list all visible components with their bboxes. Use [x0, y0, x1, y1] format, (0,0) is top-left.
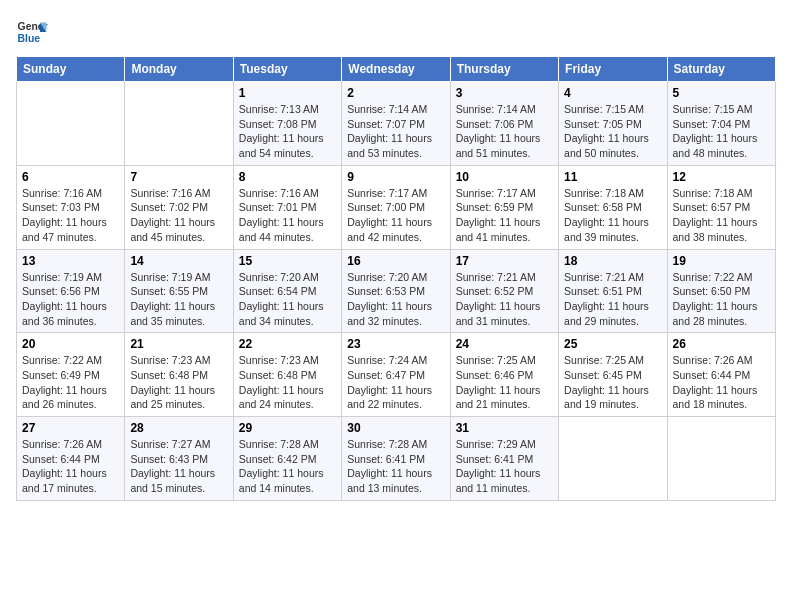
- day-info: Sunrise: 7:25 AMSunset: 6:45 PMDaylight:…: [564, 353, 661, 412]
- day-info: Sunrise: 7:27 AMSunset: 6:43 PMDaylight:…: [130, 437, 227, 496]
- day-info: Sunrise: 7:13 AMSunset: 7:08 PMDaylight:…: [239, 102, 336, 161]
- day-number: 6: [22, 170, 119, 184]
- calendar-header-row: SundayMondayTuesdayWednesdayThursdayFrid…: [17, 57, 776, 82]
- day-info: Sunrise: 7:21 AMSunset: 6:52 PMDaylight:…: [456, 270, 553, 329]
- calendar-cell: 4Sunrise: 7:15 AMSunset: 7:05 PMDaylight…: [559, 82, 667, 166]
- calendar-cell: 26Sunrise: 7:26 AMSunset: 6:44 PMDayligh…: [667, 333, 775, 417]
- day-info: Sunrise: 7:26 AMSunset: 6:44 PMDaylight:…: [22, 437, 119, 496]
- calendar-cell: 19Sunrise: 7:22 AMSunset: 6:50 PMDayligh…: [667, 249, 775, 333]
- header-monday: Monday: [125, 57, 233, 82]
- day-number: 3: [456, 86, 553, 100]
- calendar-cell: 21Sunrise: 7:23 AMSunset: 6:48 PMDayligh…: [125, 333, 233, 417]
- day-number: 20: [22, 337, 119, 351]
- day-number: 17: [456, 254, 553, 268]
- day-info: Sunrise: 7:18 AMSunset: 6:58 PMDaylight:…: [564, 186, 661, 245]
- calendar-cell: [559, 417, 667, 501]
- day-number: 18: [564, 254, 661, 268]
- day-info: Sunrise: 7:23 AMSunset: 6:48 PMDaylight:…: [130, 353, 227, 412]
- day-number: 23: [347, 337, 444, 351]
- header-wednesday: Wednesday: [342, 57, 450, 82]
- calendar-cell: 24Sunrise: 7:25 AMSunset: 6:46 PMDayligh…: [450, 333, 558, 417]
- calendar-cell: 29Sunrise: 7:28 AMSunset: 6:42 PMDayligh…: [233, 417, 341, 501]
- day-info: Sunrise: 7:26 AMSunset: 6:44 PMDaylight:…: [673, 353, 770, 412]
- header-saturday: Saturday: [667, 57, 775, 82]
- day-number: 13: [22, 254, 119, 268]
- calendar-week-row: 27Sunrise: 7:26 AMSunset: 6:44 PMDayligh…: [17, 417, 776, 501]
- calendar-week-row: 20Sunrise: 7:22 AMSunset: 6:49 PMDayligh…: [17, 333, 776, 417]
- day-info: Sunrise: 7:24 AMSunset: 6:47 PMDaylight:…: [347, 353, 444, 412]
- day-number: 15: [239, 254, 336, 268]
- day-info: Sunrise: 7:22 AMSunset: 6:49 PMDaylight:…: [22, 353, 119, 412]
- day-number: 29: [239, 421, 336, 435]
- calendar-cell: 6Sunrise: 7:16 AMSunset: 7:03 PMDaylight…: [17, 165, 125, 249]
- day-number: 21: [130, 337, 227, 351]
- day-number: 25: [564, 337, 661, 351]
- logo: General Blue: [16, 16, 52, 48]
- calendar-cell: 3Sunrise: 7:14 AMSunset: 7:06 PMDaylight…: [450, 82, 558, 166]
- day-number: 7: [130, 170, 227, 184]
- day-info: Sunrise: 7:28 AMSunset: 6:41 PMDaylight:…: [347, 437, 444, 496]
- day-info: Sunrise: 7:20 AMSunset: 6:54 PMDaylight:…: [239, 270, 336, 329]
- page-header: General Blue: [16, 16, 776, 48]
- svg-text:Blue: Blue: [18, 33, 41, 44]
- day-number: 1: [239, 86, 336, 100]
- calendar-cell: 31Sunrise: 7:29 AMSunset: 6:41 PMDayligh…: [450, 417, 558, 501]
- header-tuesday: Tuesday: [233, 57, 341, 82]
- day-number: 11: [564, 170, 661, 184]
- day-number: 2: [347, 86, 444, 100]
- calendar-cell: 25Sunrise: 7:25 AMSunset: 6:45 PMDayligh…: [559, 333, 667, 417]
- day-number: 4: [564, 86, 661, 100]
- header-thursday: Thursday: [450, 57, 558, 82]
- calendar-cell: 30Sunrise: 7:28 AMSunset: 6:41 PMDayligh…: [342, 417, 450, 501]
- calendar-cell: 2Sunrise: 7:14 AMSunset: 7:07 PMDaylight…: [342, 82, 450, 166]
- calendar-cell: [667, 417, 775, 501]
- day-info: Sunrise: 7:19 AMSunset: 6:55 PMDaylight:…: [130, 270, 227, 329]
- calendar-cell: 28Sunrise: 7:27 AMSunset: 6:43 PMDayligh…: [125, 417, 233, 501]
- day-info: Sunrise: 7:16 AMSunset: 7:03 PMDaylight:…: [22, 186, 119, 245]
- day-info: Sunrise: 7:17 AMSunset: 7:00 PMDaylight:…: [347, 186, 444, 245]
- day-info: Sunrise: 7:17 AMSunset: 6:59 PMDaylight:…: [456, 186, 553, 245]
- calendar-cell: 13Sunrise: 7:19 AMSunset: 6:56 PMDayligh…: [17, 249, 125, 333]
- day-number: 22: [239, 337, 336, 351]
- calendar-week-row: 13Sunrise: 7:19 AMSunset: 6:56 PMDayligh…: [17, 249, 776, 333]
- calendar-cell: 11Sunrise: 7:18 AMSunset: 6:58 PMDayligh…: [559, 165, 667, 249]
- calendar-cell: 7Sunrise: 7:16 AMSunset: 7:02 PMDaylight…: [125, 165, 233, 249]
- calendar-cell: 12Sunrise: 7:18 AMSunset: 6:57 PMDayligh…: [667, 165, 775, 249]
- day-info: Sunrise: 7:14 AMSunset: 7:07 PMDaylight:…: [347, 102, 444, 161]
- day-number: 24: [456, 337, 553, 351]
- day-info: Sunrise: 7:15 AMSunset: 7:05 PMDaylight:…: [564, 102, 661, 161]
- day-info: Sunrise: 7:19 AMSunset: 6:56 PMDaylight:…: [22, 270, 119, 329]
- day-info: Sunrise: 7:14 AMSunset: 7:06 PMDaylight:…: [456, 102, 553, 161]
- day-info: Sunrise: 7:25 AMSunset: 6:46 PMDaylight:…: [456, 353, 553, 412]
- calendar-cell: [125, 82, 233, 166]
- calendar-cell: 16Sunrise: 7:20 AMSunset: 6:53 PMDayligh…: [342, 249, 450, 333]
- day-number: 12: [673, 170, 770, 184]
- day-number: 14: [130, 254, 227, 268]
- calendar-table: SundayMondayTuesdayWednesdayThursdayFrid…: [16, 56, 776, 501]
- day-number: 26: [673, 337, 770, 351]
- calendar-cell: 27Sunrise: 7:26 AMSunset: 6:44 PMDayligh…: [17, 417, 125, 501]
- calendar-cell: 8Sunrise: 7:16 AMSunset: 7:01 PMDaylight…: [233, 165, 341, 249]
- day-number: 31: [456, 421, 553, 435]
- calendar-cell: 17Sunrise: 7:21 AMSunset: 6:52 PMDayligh…: [450, 249, 558, 333]
- day-number: 28: [130, 421, 227, 435]
- calendar-cell: 15Sunrise: 7:20 AMSunset: 6:54 PMDayligh…: [233, 249, 341, 333]
- day-number: 8: [239, 170, 336, 184]
- day-info: Sunrise: 7:21 AMSunset: 6:51 PMDaylight:…: [564, 270, 661, 329]
- day-number: 9: [347, 170, 444, 184]
- calendar-cell: 1Sunrise: 7:13 AMSunset: 7:08 PMDaylight…: [233, 82, 341, 166]
- header-friday: Friday: [559, 57, 667, 82]
- day-info: Sunrise: 7:22 AMSunset: 6:50 PMDaylight:…: [673, 270, 770, 329]
- calendar-cell: 22Sunrise: 7:23 AMSunset: 6:48 PMDayligh…: [233, 333, 341, 417]
- header-sunday: Sunday: [17, 57, 125, 82]
- calendar-cell: 5Sunrise: 7:15 AMSunset: 7:04 PMDaylight…: [667, 82, 775, 166]
- day-info: Sunrise: 7:15 AMSunset: 7:04 PMDaylight:…: [673, 102, 770, 161]
- day-info: Sunrise: 7:16 AMSunset: 7:01 PMDaylight:…: [239, 186, 336, 245]
- day-number: 10: [456, 170, 553, 184]
- day-info: Sunrise: 7:20 AMSunset: 6:53 PMDaylight:…: [347, 270, 444, 329]
- day-info: Sunrise: 7:28 AMSunset: 6:42 PMDaylight:…: [239, 437, 336, 496]
- logo-icon: General Blue: [16, 16, 48, 48]
- day-info: Sunrise: 7:29 AMSunset: 6:41 PMDaylight:…: [456, 437, 553, 496]
- calendar-cell: 14Sunrise: 7:19 AMSunset: 6:55 PMDayligh…: [125, 249, 233, 333]
- day-number: 27: [22, 421, 119, 435]
